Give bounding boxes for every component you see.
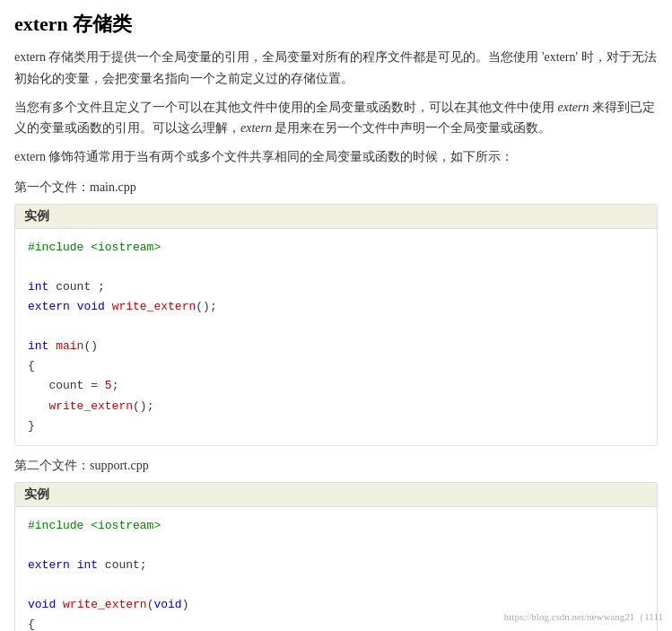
title-prefix: extern <box>14 13 68 35</box>
code-include-1: #include <iostream> <box>28 241 161 254</box>
example1-label: 实例 <box>15 205 657 229</box>
c-extern-1: extern <box>28 300 70 313</box>
c-number-5: 5 <box>105 379 112 392</box>
example-box-2: 实例 #include <iostream> extern int count;… <box>14 482 658 631</box>
page-container: extern 存储类 extern 存储类用于提供一个全局变量的引用，全局变量对… <box>0 0 672 631</box>
watermark: https://blog.csdn.net/newwang21（1111 <box>504 610 663 624</box>
c-write-call: write_extern <box>48 399 133 413</box>
code-include-2: #include <iostream> <box>28 519 161 532</box>
c-void-2: void <box>28 598 56 611</box>
c-int-2: int <box>77 558 98 572</box>
c-extern-2: extern <box>28 558 70 572</box>
paragraph-1: extern 存储类用于提供一个全局变量的引用，全局变量对所有的程序文件都是可见… <box>14 47 658 90</box>
example2-label: 实例 <box>15 483 657 507</box>
page-title: extern 存储类 <box>14 11 658 38</box>
c-write-extern-2: write_extern <box>63 598 147 611</box>
c-write-extern-1: write_extern <box>112 300 196 313</box>
c-void-1: void <box>77 300 105 313</box>
paragraph-2: 当您有多个文件且定义了一个可以在其他文件中使用的全局变量或函数时，可以在其他文件… <box>14 97 658 140</box>
c-int-1: int <box>28 280 48 294</box>
file1-label: 第一个文件：main.cpp <box>14 177 658 198</box>
file2-label: 第二个文件：support.cpp <box>14 455 658 477</box>
code-block-1: #include <iostream> int count ; extern v… <box>15 229 657 445</box>
c-void-param: void <box>153 598 181 611</box>
title-suffix: 存储类 <box>68 13 133 35</box>
example-box-1: 实例 #include <iostream> int count ; exter… <box>14 204 658 446</box>
paragraph-3: extern 修饰符通常用于当有两个或多个文件共享相同的全局变量或函数的时候，如… <box>14 146 658 168</box>
c-int-main: int <box>28 339 48 353</box>
c-main: main <box>56 339 83 353</box>
